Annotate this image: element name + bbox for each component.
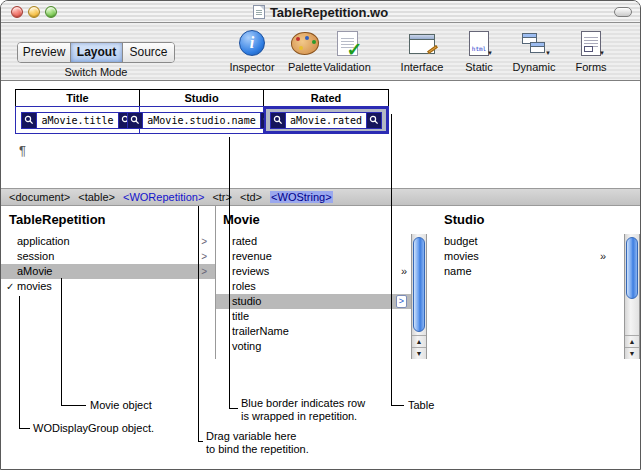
wostring-binding-studio[interactable]: aMovie.studio.name [127,112,275,129]
wostring-binding-title[interactable]: aMovie.title [21,112,133,129]
dropdown-arrow-icon[interactable]: ▼ [487,50,493,56]
path-item-wostring[interactable]: <WOString> [270,191,333,203]
list-item-studio[interactable]: studio> [216,294,411,309]
callout-line-table [391,114,392,405]
title-group: TableRepetition.wo [1,1,640,23]
path-item-worepetition[interactable]: <WORepetition> [123,191,204,203]
element-path-bar: <document> <table> <WORepetition> <tr> <… [1,188,640,206]
list-item-voting[interactable]: voting [216,339,411,354]
branch-arrow-icon: > [201,249,207,264]
pencil-icon [427,45,438,54]
scroll-down-button[interactable]: ▼ [412,347,426,359]
binding-value: aMovie.rated [286,113,366,128]
list-item-revenue[interactable]: revenue [216,249,411,264]
binding-pulldown-icon[interactable] [366,113,381,128]
to-many-arrow-icon: » [401,264,407,279]
annotation-table: Table [408,399,434,412]
tab-preview[interactable]: Preview [18,43,70,62]
table-header-rated[interactable]: Rated [264,90,388,106]
movie-column-scrollbar[interactable]: ▲ ▼ [411,234,427,359]
table-header-title[interactable]: Title [16,90,140,106]
list-item-application[interactable]: application> [1,234,215,249]
dynamic-button[interactable]: ▼ Dynamic [505,27,563,73]
object-browser: TableRepetition Movie Studio application… [1,206,640,359]
branch-arrow-icon: > [201,234,207,249]
checkmark-icon: ✓ [347,38,363,61]
switch-mode-label: Switch Mode [17,66,175,78]
interface-icon [409,34,435,54]
wostring-binding-rated[interactable]: aMovie.rated [270,112,382,129]
static-icon: html [469,31,489,56]
validation-label: Validation [323,61,371,73]
dynamic-icon [521,30,547,57]
annotation-wodisplaygroup: WODisplayGroup object. [33,422,154,435]
tab-source[interactable]: Source [122,43,174,62]
scrollbar-thumb[interactable] [626,237,638,299]
table-cell-title[interactable]: aMovie.title [16,107,140,133]
list-item-movies[interactable]: ✓movies [1,279,215,294]
forms-icon [581,31,601,56]
annotation-blue-border: Blue border indicates row is wrapped in … [241,397,365,423]
callout-line-blue-border [229,408,238,409]
list-item-roles[interactable]: roles [216,279,411,294]
annotation-movie-object: Movie object [90,399,152,412]
to-many-arrow-icon: » [600,249,606,264]
mode-segmented-control: Preview Layout Source [17,42,175,63]
list-item-movies-rel[interactable]: movies» [428,249,624,264]
browser-column-movie: rated revenue reviews» roles studio> tit… [216,234,411,354]
dropdown-arrow-icon[interactable]: ▼ [545,50,551,56]
dropdown-arrow-icon[interactable]: ▼ [599,50,605,56]
repetition-row[interactable]: aMovie.title aMovie.studio.name aMovie.r… [15,106,389,134]
scroll-down-button[interactable]: ▼ [625,347,639,359]
list-item-trailername[interactable]: trailerName [216,324,411,339]
title-bar[interactable]: TableRepetition.wo [1,1,640,23]
branch-arrow-icon: > [396,295,407,308]
path-item-table[interactable]: <table> [78,191,115,203]
callout-line-movie-object [61,278,62,405]
list-item-budget[interactable]: budget [428,234,624,249]
html-table-element[interactable]: Title Studio Rated aMovie.title aMovie.s… [15,89,389,134]
layout-editor[interactable]: Title Studio Rated aMovie.title aMovie.s… [1,81,640,188]
list-item-session[interactable]: session> [1,249,215,264]
interface-button[interactable]: Interface [393,27,451,73]
annotation-drag: Drag variable here to bind the repetitio… [206,430,309,456]
table-header-row: Title Studio Rated [15,89,389,107]
list-item-reviews[interactable]: reviews» [216,264,411,279]
list-item-name[interactable]: name [428,264,624,279]
table-cell-rated-selected[interactable]: aMovie.rated [264,107,388,133]
paragraph-mark: ¶ [19,143,26,158]
toolbar-toggle-button[interactable] [614,7,632,17]
tab-layout[interactable]: Layout [70,43,122,62]
dynamic-label: Dynamic [513,61,556,73]
path-item-td[interactable]: <td> [240,191,262,203]
path-item-document[interactable]: <document> [9,191,70,203]
scroll-up-button[interactable]: ▲ [412,335,426,347]
validation-icon: ✓ [337,31,358,56]
callout-line-table [391,405,404,406]
static-label: Static [465,61,493,73]
binding-pulldown-icon[interactable] [128,113,143,128]
toolbar: Preview Layout Source Switch Mode i Insp… [1,23,640,81]
list-item-title[interactable]: title [216,309,411,324]
webobjects-builder-window: TableRepetition.wo Preview Layout Source… [0,0,641,470]
list-item-rated[interactable]: rated [216,234,411,249]
studio-column-scrollbar[interactable]: ▲ ▼ [624,234,640,359]
checkmark-icon: ✓ [6,279,14,294]
static-button[interactable]: html ▼ Static [450,27,508,73]
forms-button[interactable]: ▼ Forms [562,27,620,73]
scrollbar-thumb[interactable] [413,237,425,332]
scroll-up-button[interactable]: ▲ [625,335,639,347]
forms-label: Forms [575,61,606,73]
table-header-studio[interactable]: Studio [140,90,264,106]
browser-header-studio: Studio [444,212,484,227]
binding-pulldown-icon[interactable] [22,113,37,128]
validation-button[interactable]: ✓ Validation [318,27,376,73]
list-item-amovie[interactable]: aMovie> [1,264,215,279]
binding-value: aMovie.studio.name [143,113,259,128]
binding-pulldown-icon[interactable] [271,113,286,128]
palette-icon [291,32,319,55]
branch-arrow-icon: > [201,264,207,279]
table-cell-studio[interactable]: aMovie.studio.name [140,107,264,133]
document-icon [253,5,265,19]
inspector-button[interactable]: i Inspector [223,27,281,73]
